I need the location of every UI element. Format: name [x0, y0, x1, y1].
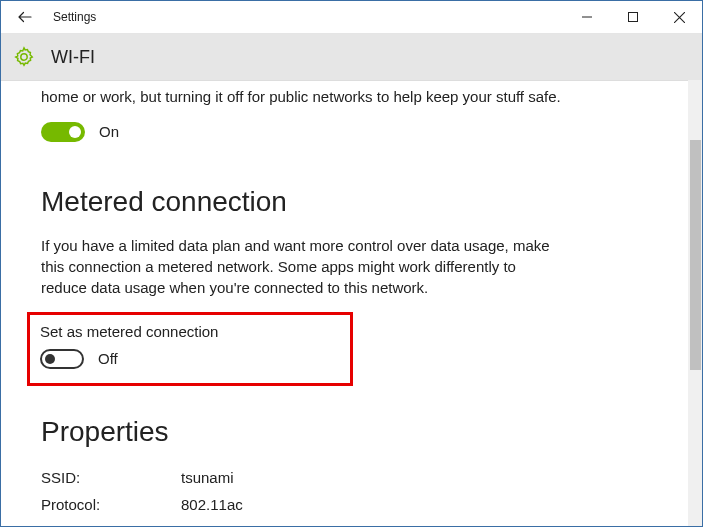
properties-heading: Properties [41, 412, 662, 451]
maximize-icon [628, 12, 638, 22]
properties-table: SSID: tsunami Protocol: 802.11ac [41, 467, 662, 515]
titlebar: Settings [1, 1, 702, 34]
page-header: WI-FI [1, 34, 702, 81]
property-value: tsunami [181, 467, 234, 488]
toggle-knob [45, 354, 55, 364]
metered-highlight-box: Set as metered connection Off [27, 312, 353, 386]
vertical-scrollbar[interactable] [688, 80, 702, 526]
close-icon [674, 12, 685, 23]
metered-heading: Metered connection [41, 182, 662, 221]
back-arrow-icon [16, 8, 34, 26]
firewall-toggle[interactable] [41, 122, 85, 142]
firewall-partial-text: home or work, but turning it off for pub… [41, 86, 591, 107]
property-row: Protocol: 802.11ac [41, 494, 662, 515]
firewall-toggle-label: On [99, 121, 119, 142]
property-key: SSID: [41, 467, 181, 488]
minimize-icon [582, 12, 592, 22]
close-button[interactable] [656, 1, 702, 33]
minimize-button[interactable] [564, 1, 610, 33]
window-title: Settings [53, 10, 96, 24]
page-title: WI-FI [51, 47, 95, 68]
metered-toggle-title: Set as metered connection [40, 321, 340, 342]
gear-icon [13, 46, 35, 68]
content-viewport: home or work, but turning it off for pub… [1, 80, 702, 526]
scroll-thumb[interactable] [690, 140, 701, 370]
metered-toggle-label: Off [98, 348, 118, 369]
property-key: Protocol: [41, 494, 181, 515]
property-value: 802.11ac [181, 494, 243, 515]
firewall-toggle-row: On [41, 121, 662, 142]
property-row: SSID: tsunami [41, 467, 662, 488]
maximize-button[interactable] [610, 1, 656, 33]
settings-window: Settings [0, 0, 703, 527]
metered-description: If you have a limited data plan and want… [41, 235, 561, 298]
toggle-knob [69, 126, 81, 138]
window-controls [564, 1, 702, 33]
back-button[interactable] [1, 1, 49, 33]
metered-toggle[interactable] [40, 349, 84, 369]
svg-rect-0 [629, 13, 638, 22]
metered-toggle-row: Off [40, 348, 340, 369]
content: home or work, but turning it off for pub… [1, 86, 702, 515]
